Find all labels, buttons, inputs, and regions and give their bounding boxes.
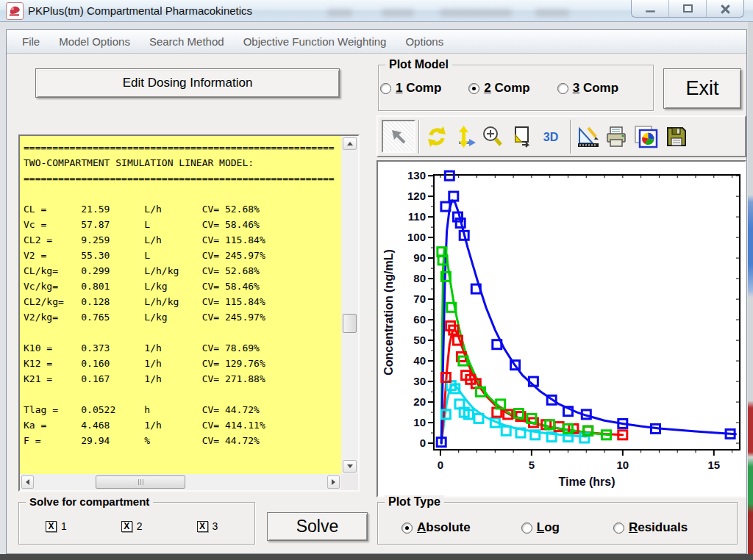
results-line: Vc = 57.87 L CV= 58.46%	[24, 217, 338, 232]
horizontal-scrollbar[interactable]	[20, 474, 341, 490]
close-icon	[720, 4, 730, 14]
results-textarea[interactable]: ========================================…	[20, 136, 341, 474]
maximize-button[interactable]	[669, 0, 707, 17]
radio-icon	[521, 523, 532, 534]
checkbox-icon: X	[46, 521, 57, 532]
menu-item-objective-function-weighting[interactable]: Objective Function Weighting	[234, 35, 396, 48]
title-bar: PKPlus(tm) Compartmental Pharmacokinetic…	[0, 0, 753, 22]
y-tick-label: 100	[407, 231, 426, 243]
results-line	[24, 325, 338, 340]
copy-page-tool-button[interactable]	[507, 121, 535, 152]
exit-button[interactable]: Exit	[663, 68, 741, 109]
radio-option-3-comp[interactable]: 3 Comp	[557, 81, 618, 96]
results-line: CL = 21.59 L/h CV= 52.68%	[24, 201, 338, 217]
radio-icon	[557, 83, 568, 94]
radio-selected-icon	[402, 523, 413, 534]
arrow-right-icon	[332, 479, 335, 485]
solve-checkboxes: X1X2X3	[46, 520, 218, 532]
minimize-icon	[646, 10, 655, 12]
y-tick-label: 60	[413, 313, 426, 326]
pkplus-logo-icon	[7, 3, 23, 19]
3d-view-tool-button[interactable]: 3D	[535, 121, 567, 152]
solve-button[interactable]: Solve	[267, 512, 368, 541]
save-tool-button[interactable]	[663, 121, 690, 152]
concentration-time-chart[interactable]: 0102030405060708090100110120130051015Tim…	[378, 162, 745, 496]
save-icon	[665, 125, 688, 148]
menu-item-search-method[interactable]: Search Method	[140, 35, 234, 48]
zoom-tool-button[interactable]	[479, 121, 507, 152]
radio-option-2-comp[interactable]: 2 Comp	[468, 81, 529, 96]
results-line: ========================================…	[24, 140, 338, 155]
results-line: Vc/kg= 0.801 L/kg CV= 58.46%	[24, 279, 338, 294]
print-tool-button[interactable]	[602, 121, 630, 152]
results-line: CL2 = 9.259 L/h CV= 115.84%	[24, 232, 338, 248]
background-menu-ghost	[535, 9, 569, 17]
close-button[interactable]	[707, 0, 743, 17]
y-tick-label: 80	[413, 272, 426, 284]
results-line: Ka = 4.468 1/h CV= 414.11%	[24, 417, 338, 433]
app-icon	[6, 2, 24, 20]
pointer-tool-button[interactable]	[382, 120, 415, 153]
y-tick-label: 70	[413, 292, 426, 305]
scroll-left-button[interactable]	[21, 475, 34, 489]
scroll-down-button[interactable]	[343, 460, 357, 473]
chart-panel: 0102030405060708090100110120130051015Tim…	[376, 160, 746, 498]
y-axis-title: Concentration (ng/mL)	[382, 249, 395, 376]
chart-gallery-tool-button[interactable]	[630, 121, 663, 152]
background-window-edge	[748, 22, 753, 554]
y-tick-label: 120	[407, 190, 426, 202]
results-panel: ========================================…	[18, 134, 360, 492]
y-tick-label: 50	[413, 334, 426, 346]
background-menu-ghost	[440, 9, 512, 17]
results-line: Tlag = 0.0522 h CV= 44.72%	[24, 402, 338, 417]
radio-option-1-comp[interactable]: 1 Comp	[380, 81, 441, 96]
measure-edit-tool-button[interactable]	[574, 121, 602, 152]
window-title: PKPlus(tm) Compartmental Pharmacokinetic…	[28, 0, 252, 22]
x-tick-label: 10	[616, 459, 629, 471]
y-tick-label: 110	[408, 210, 426, 223]
radio-option-absolute[interactable]: Absolute	[402, 520, 471, 535]
y-tick-label: 40	[413, 354, 426, 367]
x-tick-label: 15	[707, 459, 720, 471]
minimize-button[interactable]	[632, 0, 669, 17]
results-line: V2/kg= 0.765 L/kg CV= 245.97%	[24, 309, 338, 325]
radio-option-residuals[interactable]: Residuals	[613, 520, 688, 535]
results-line: K21 = 0.167 1/h CV= 271.88%	[24, 371, 338, 387]
radio-option-log[interactable]: Log	[521, 520, 560, 535]
results-line: V2 = 55.30 L CV= 245.97%	[24, 248, 338, 263]
vertical-scroll-thumb[interactable]	[343, 314, 357, 333]
checkbox-compartment-1[interactable]: X1	[46, 520, 67, 532]
toolbar-separator	[570, 120, 571, 154]
y-tick-label: 10	[413, 416, 426, 428]
plot-type-caption: Plot Type	[385, 495, 444, 509]
edit-dosing-button[interactable]: Edit Dosing Information	[35, 68, 340, 98]
background-menu-ghost	[382, 9, 414, 17]
refresh-icon	[425, 125, 449, 148]
radio-icon	[380, 83, 391, 94]
checkbox-compartment-2[interactable]: X2	[121, 520, 143, 532]
x-tick-label: 0	[438, 459, 443, 471]
menu-bar: FileModel OptionsSearch MethodObjective …	[7, 30, 746, 54]
vertical-scrollbar[interactable]	[341, 136, 358, 474]
menu-item-options[interactable]: Options	[396, 35, 453, 48]
solve-group-caption: Solve for compartment	[26, 495, 153, 508]
y-tick-label: 130	[407, 169, 426, 182]
scroll-right-button[interactable]	[327, 475, 340, 489]
central-observed-marker	[445, 171, 454, 180]
chart-gallery-icon	[632, 124, 660, 149]
pan-axes-tool-button[interactable]	[451, 121, 479, 152]
menu-item-model-options[interactable]: Model Options	[49, 35, 140, 48]
arrow-down-icon	[347, 464, 353, 468]
checkbox-compartment-3[interactable]: X3	[197, 520, 218, 532]
scroll-up-button[interactable]	[343, 137, 357, 150]
scrollbar-corner	[341, 474, 358, 490]
central-observed-marker	[449, 192, 458, 201]
x-axis-title: Time (hrs)	[558, 475, 615, 488]
refresh-tool-button[interactable]	[423, 121, 451, 152]
horizontal-scroll-thumb[interactable]	[96, 475, 185, 489]
radio-selected-icon	[468, 83, 479, 94]
comp3-observed-marker	[502, 426, 510, 435]
menu-item-file[interactable]: File	[13, 35, 49, 48]
y-tick-label: 0	[420, 437, 426, 449]
results-line: TWO-COMPARTMENT SIMULATION LINEAR MODEL:	[24, 155, 338, 170]
